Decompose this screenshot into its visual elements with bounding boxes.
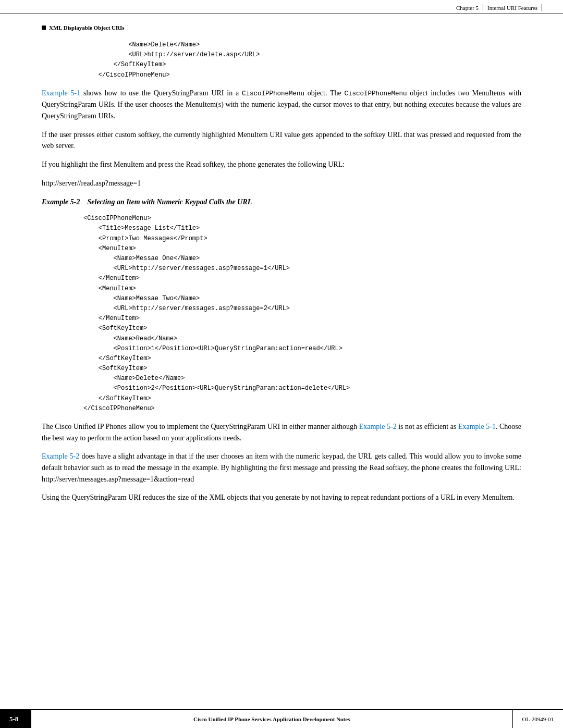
example-2-title: Selecting an Item with Numeric Keypad Ca… [88,198,252,206]
page-header: Chapter 5 Internal URI Features [0,0,563,14]
code-block-1: <Name>Delete</Name> <URL>http://server/d… [83,40,521,80]
chapter-title: Internal URI Features [487,5,537,11]
section-square-icon [42,26,46,30]
example-5-1-link-1[interactable]: Example 5-1 [42,89,80,97]
paragraph-1: Example 5-1 shows how to use the QuerySt… [42,88,521,122]
para-1-inline-code-2: CiscoIPPhoneMenu [345,90,407,97]
main-content: XML Displayable Object URIs <Name>Delete… [0,14,563,552]
header-divider-2 [542,4,542,11]
header-chapter-area: Chapter 5 Internal URI Features [456,4,542,11]
paragraph-3: If you highlight the first MenuItem and … [42,159,521,170]
para-5-text-1: does have a slight advantage in that if … [42,452,521,483]
paragraph-2: If the user presses either custom softke… [42,129,521,152]
example-5-1-link-2[interactable]: Example 5-1 [458,423,496,430]
para-1-text-2: object. The [304,89,345,97]
header-divider [483,4,483,11]
example-5-2-link-2[interactable]: Example 5-2 [42,452,79,460]
code-block-2: <CiscoIPPhoneMenu> <Title>Message List</… [83,214,521,414]
page-footer: 5-8 Cisco Unified IP Phone Services Appl… [0,709,563,728]
section-label: XML Displayable Object URIs [42,24,521,31]
footer-page-number: 5-8 [0,710,31,728]
paragraph-5: Example 5-2 does have a slight advantage… [42,451,521,485]
para-4-text-1: The Cisco Unified IP Phones allow you to… [42,423,359,430]
paragraph-6: Using the QueryStringParam URI reduces t… [42,492,521,503]
url-line: http://server//read.asp?message=1 [42,178,521,189]
paragraph-4: The Cisco Unified IP Phones allow you to… [42,421,521,443]
footer-doc-title: Cisco Unified IP Phone Services Applicat… [31,710,512,728]
footer-doc-number: OL-20949-01 [512,710,564,728]
chapter-label: Chapter 5 [456,5,479,11]
para-4-text-2: is not as efficient as [397,423,458,430]
para-1-text-1: shows how to use the QueryStringParam UR… [80,89,242,97]
example-5-2-link-1[interactable]: Example 5-2 [359,423,397,430]
example-2-heading: Example 5-2 Selecting an Item with Numer… [42,198,521,206]
example-2-label: Example 5-2 [42,198,80,206]
para-1-inline-code-1: CiscoIPPhoneMenu [242,90,304,97]
section-label-text: XML Displayable Object URIs [49,24,125,31]
